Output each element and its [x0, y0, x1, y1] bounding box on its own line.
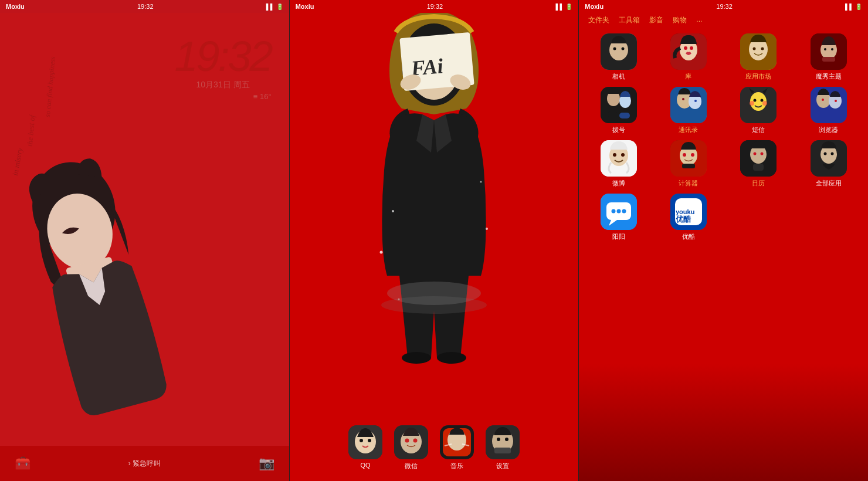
svg-point-83: [683, 153, 686, 157]
bottom-bar-p1: 🧰 › 紧急呼叫 📷: [0, 446, 289, 481]
dock-item-music[interactable]: 音乐: [440, 425, 474, 470]
appstore-app-icon: [740, 33, 777, 70]
svg-point-89: [761, 153, 764, 155]
app-browser[interactable]: 浏览器: [795, 87, 862, 134]
menu-tools[interactable]: 工具箱: [619, 15, 640, 25]
svg-text:优酷: 优酷: [675, 215, 691, 223]
svg-point-30: [413, 439, 418, 443]
svg-point-45: [684, 46, 687, 50]
contacts-app-icon: [670, 87, 707, 123]
allapps-app-icon: [811, 140, 847, 177]
app-yangyang[interactable]: 阳阳: [585, 194, 652, 241]
music-icon: [440, 425, 474, 459]
status-icons-p1: ▌▌ 🔋: [266, 4, 283, 10]
time-p2: 19:32: [427, 3, 443, 10]
svg-point-15: [380, 251, 383, 254]
menu-more[interactable]: ...: [696, 15, 702, 25]
time-p1: 19:32: [137, 3, 154, 10]
camera-app-icon: [601, 33, 637, 70]
app-name-p2: Moxiu: [296, 3, 314, 10]
yangyang-app-label: 阳阳: [612, 232, 625, 241]
svg-point-69: [761, 99, 764, 102]
dock-item-qq[interactable]: QQ: [348, 425, 382, 470]
panel-appdrawer: Moxiu 19:32 ▌▌ 🔋 文件夹 工具箱 影音 购物 ... 相机: [578, 0, 868, 481]
menu-folder[interactable]: 文件夹: [588, 15, 609, 25]
app-name-p3: Moxiu: [585, 3, 603, 10]
clock-area: 19:32 10月31日 周五 ≡ 16°: [174, 35, 271, 101]
app-youku[interactable]: youku 优酷 优酷: [655, 194, 722, 241]
menu-shop[interactable]: 购物: [673, 15, 687, 25]
app-weibo[interactable]: 微博: [585, 140, 652, 188]
apps-grid: 相机 库: [579, 29, 868, 246]
app-dialer[interactable]: 拨号: [585, 87, 652, 134]
app-empty-1: [725, 194, 792, 241]
svg-rect-59: [608, 111, 618, 117]
calendar-app-label: 日历: [752, 179, 765, 188]
svg-point-88: [754, 153, 757, 155]
svg-point-29: [405, 439, 409, 443]
svg-point-25: [360, 439, 363, 442]
calc-app-label: 计算器: [679, 179, 698, 188]
svg-rect-55: [822, 57, 835, 62]
dock-label-qq: QQ: [360, 462, 370, 469]
briefcase-icon: 🧰: [15, 456, 30, 471]
browser-app-label: 浏览器: [819, 126, 838, 134]
app-allapps[interactable]: 全部应用: [795, 140, 862, 188]
app-theme[interactable]: 魔秀主题: [795, 33, 862, 81]
dock-item-settings[interactable]: 设置: [486, 425, 520, 470]
svg-point-50: [761, 48, 764, 50]
browser-app-icon: [811, 87, 847, 123]
empty-icon-2: [811, 194, 847, 230]
dock-label-settings: 设置: [496, 462, 509, 470]
app-gallery[interactable]: 库: [655, 33, 722, 81]
svg-point-93: [823, 153, 826, 155]
youku-app-label: 优酷: [682, 232, 695, 241]
status-bar-p2: Moxiu 19:32 ▌▌ 🔋: [290, 0, 579, 13]
svg-point-98: [616, 209, 621, 214]
qq-icon: [348, 425, 382, 459]
menu-media[interactable]: 影音: [649, 15, 663, 25]
svg-point-75: [822, 99, 824, 101]
wechat-icon: [394, 425, 428, 459]
svg-point-99: [622, 209, 626, 214]
svg-rect-56: [601, 87, 637, 123]
svg-point-70: [750, 101, 754, 106]
app-appstore[interactable]: 应用市场: [725, 33, 792, 81]
svg-point-94: [830, 153, 833, 155]
dock-item-wechat[interactable]: 微信: [394, 425, 428, 470]
empty-icon-1: [740, 194, 777, 230]
app-sms[interactable]: 短信: [725, 87, 792, 134]
app-camera[interactable]: 相机: [585, 33, 652, 81]
svg-point-42: [621, 48, 624, 50]
svg-rect-90: [753, 164, 764, 171]
date-display: 10月31日 周五: [174, 80, 271, 90]
status-bar-p3: Moxiu 19:32 ▌▌ 🔋: [579, 0, 868, 13]
sms-app-label: 短信: [752, 126, 765, 134]
dialer-app-label: 拨号: [612, 126, 625, 134]
app-calculator[interactable]: 计算器: [655, 140, 722, 188]
camera-icon[interactable]: 📷: [259, 456, 274, 471]
svg-point-19: [402, 352, 431, 364]
svg-point-38: [505, 438, 508, 441]
dock-label-music: 音乐: [450, 462, 463, 470]
weather-display: ≡ 16°: [174, 92, 271, 101]
youku-app-icon: youku 优酷: [670, 194, 707, 230]
svg-point-84: [691, 153, 694, 157]
svg-point-97: [611, 209, 615, 214]
emergency-call-button[interactable]: › 紧急呼叫: [128, 459, 161, 469]
weibo-app-label: 微博: [612, 179, 625, 188]
app-dock: QQ 微信: [290, 421, 579, 475]
panel-lockscreen: Moxiu 19:32 ▌▌ 🔋: [0, 0, 289, 481]
calc-app-icon: [670, 140, 707, 177]
theme-app-label: 魔秀主题: [816, 72, 842, 81]
big-clock: 19:32: [174, 35, 271, 77]
time-p3: 19:32: [716, 3, 733, 10]
gallery-app-icon: [670, 33, 707, 70]
dialer-app-icon: [601, 87, 637, 123]
svg-point-80: [621, 153, 625, 157]
svg-point-64: [682, 98, 684, 100]
svg-rect-60: [619, 113, 630, 118]
app-contacts[interactable]: 通讯录: [655, 87, 722, 134]
svg-rect-85: [682, 164, 695, 168]
app-calendar[interactable]: 日历: [725, 140, 792, 188]
